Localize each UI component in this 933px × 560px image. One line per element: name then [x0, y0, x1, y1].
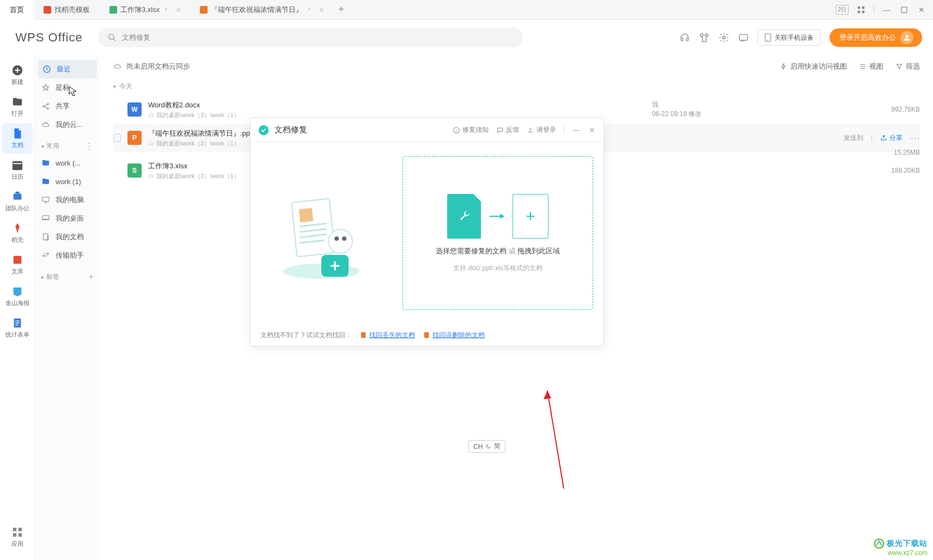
cloud-sync-notice[interactable]: 尚未启用文档云同步	[113, 62, 190, 71]
svg-rect-36	[299, 208, 313, 222]
section-today[interactable]: ▾ 今天	[113, 77, 920, 95]
avatar	[900, 31, 913, 44]
svg-point-27	[47, 108, 49, 109]
more-icon[interactable]: ⋮	[85, 141, 94, 151]
dropzone-icons: +	[447, 194, 548, 239]
tab-home[interactable]: 首页	[0, 0, 34, 20]
svg-point-1	[309, 8, 310, 10]
sb2-folder-work1[interactable]: work (1)	[35, 172, 100, 191]
more-icon[interactable]: ⋯	[910, 132, 920, 144]
rail-daoke[interactable]: 稻壳	[2, 218, 33, 248]
window-maximize-button[interactable]	[899, 5, 909, 15]
rail-calendar[interactable]: 日历	[2, 155, 33, 185]
window-controls: 2日 — ✕	[836, 5, 933, 15]
rail-open[interactable]: 打开	[2, 92, 33, 122]
rail-documents[interactable]: 文档	[2, 123, 33, 154]
svg-rect-20	[13, 528, 16, 531]
shirt-icon[interactable]	[699, 32, 710, 43]
filter-button[interactable]: 筛选	[895, 62, 920, 71]
poster-icon	[11, 285, 23, 297]
dialog-minimize-button[interactable]: —	[572, 126, 581, 134]
svg-point-33	[529, 127, 532, 130]
dialog-close-button[interactable]: ✕	[588, 126, 596, 134]
file-checkbox[interactable]	[113, 134, 121, 142]
message-icon[interactable]	[738, 32, 749, 43]
sb2-folder-work2[interactable]: work (...	[35, 154, 100, 172]
tab-workbook3[interactable]: 工作簿3.xlsx ×	[100, 0, 190, 20]
svg-point-42	[334, 236, 339, 241]
tab-pin-icon[interactable]	[163, 6, 170, 14]
docx-icon: W	[127, 102, 142, 117]
rail-label: 打开	[11, 109, 23, 118]
send-to-button[interactable]: 发送到	[844, 133, 863, 143]
share-button[interactable]: 分享	[880, 133, 902, 143]
left-rail: 新建 打开 文档 日历 团队办公 稻壳 文库 金山海报	[0, 56, 35, 560]
recover-deleted-link[interactable]: 找回误删除的文档	[423, 331, 485, 340]
window-badge[interactable]: 2日	[836, 5, 849, 15]
tab-add-button[interactable]: +	[334, 4, 349, 15]
tab-pptx-duanwu[interactable]: 『端午狂欢祝福浓情满节日』 ×	[190, 0, 333, 20]
repair-notice-button[interactable]: 修复须知	[453, 125, 489, 135]
sb2-cloud[interactable]: 我的云...	[35, 115, 100, 134]
quick-view-button[interactable]: 启用快速访问视图	[780, 62, 847, 71]
svg-rect-30	[43, 234, 47, 240]
tab-label: 工作簿3.xlsx	[120, 5, 160, 15]
sb2-label: 传输助手	[56, 251, 84, 260]
sb2-my-computer[interactable]: 我的电脑	[35, 191, 100, 209]
phone-btn-label: 关联手机设备	[775, 33, 814, 42]
gear-icon[interactable]	[718, 32, 729, 43]
rail-library[interactable]: 文库	[2, 249, 33, 280]
search-placeholder: 文档修复	[122, 33, 150, 42]
xlsx-icon	[109, 6, 117, 14]
doc-trash-icon	[423, 331, 430, 339]
ime-indicator[interactable]: CH 简	[468, 440, 505, 453]
svg-line-8	[113, 39, 115, 41]
rail-team[interactable]: 团队办公	[2, 186, 33, 217]
transfer-icon	[41, 251, 50, 260]
svg-rect-45	[361, 332, 365, 338]
sb2-recent[interactable]: 最近	[38, 60, 97, 78]
secondary-sidebar: 最近 星标 共享 我的云... ▾ 常用 ⋮ work (... work (1…	[35, 56, 100, 560]
document-icon	[11, 127, 23, 139]
login-button[interactable]: 登录开启高效办公	[830, 28, 922, 47]
search-input[interactable]: 文档修复	[98, 28, 523, 47]
headset-icon[interactable]	[679, 32, 690, 43]
rail-forms[interactable]: 统计表单	[2, 313, 33, 343]
svg-rect-10	[740, 34, 748, 40]
rail-apps[interactable]: 应用	[2, 522, 33, 552]
recover-lost-link[interactable]: 找回丢失的文档	[359, 331, 415, 340]
sb2-my-desktop[interactable]: 我的桌面	[35, 209, 100, 228]
rail-label: 日历	[11, 173, 23, 181]
svg-rect-5	[862, 10, 864, 13]
rail-new[interactable]: 新建	[2, 60, 33, 90]
tab-pin-icon[interactable]	[306, 6, 314, 14]
feedback-button[interactable]: 反馈	[496, 125, 519, 135]
ime-lang: CH	[473, 443, 483, 451]
rail-poster[interactable]: 金山海报	[2, 281, 33, 312]
tab-close-icon[interactable]: ×	[319, 5, 324, 14]
file-path: 我的桌面\work（2）\work（1）	[148, 139, 255, 148]
add-tag-icon[interactable]: +	[89, 272, 94, 282]
sb2-label: work (1)	[56, 178, 81, 186]
svg-point-43	[342, 236, 346, 241]
tab-daoke-template[interactable]: 找稻壳模板	[34, 0, 100, 20]
link-phone-button[interactable]: 关联手机设备	[758, 29, 821, 46]
dialog-login-button[interactable]: 请登录	[527, 125, 556, 135]
tab-close-icon[interactable]: ×	[176, 5, 180, 14]
window-grid-icon[interactable]	[856, 5, 866, 15]
list-icon	[859, 63, 867, 70]
sb2-my-documents[interactable]: 我的文档	[35, 228, 100, 246]
file-size: 992.76KB	[800, 106, 920, 113]
dropzone[interactable]: + 选择您需要修复的文档 或 拖拽到此区域 支持.doc/.ppt/.xls等格…	[403, 156, 593, 310]
window-close-button[interactable]: ✕	[917, 5, 926, 15]
sb2-starred[interactable]: 星标	[35, 78, 100, 97]
window-minimize-button[interactable]: —	[882, 5, 892, 15]
sb2-transfer[interactable]: 传输助手	[35, 246, 100, 265]
rail-label: 新建	[11, 78, 23, 86]
dialog-header: 文档修复 修复须知 反馈 请登录 — ✕	[251, 118, 603, 142]
sb2-shared[interactable]: 共享	[35, 97, 100, 115]
view-button[interactable]: 视图	[859, 62, 883, 71]
cloud-icon	[113, 62, 122, 71]
user-icon	[527, 126, 534, 134]
dialog-footer: 文档找不到了？试试文档找回： 找回丢失的文档 找回误删除的文档	[251, 324, 603, 346]
